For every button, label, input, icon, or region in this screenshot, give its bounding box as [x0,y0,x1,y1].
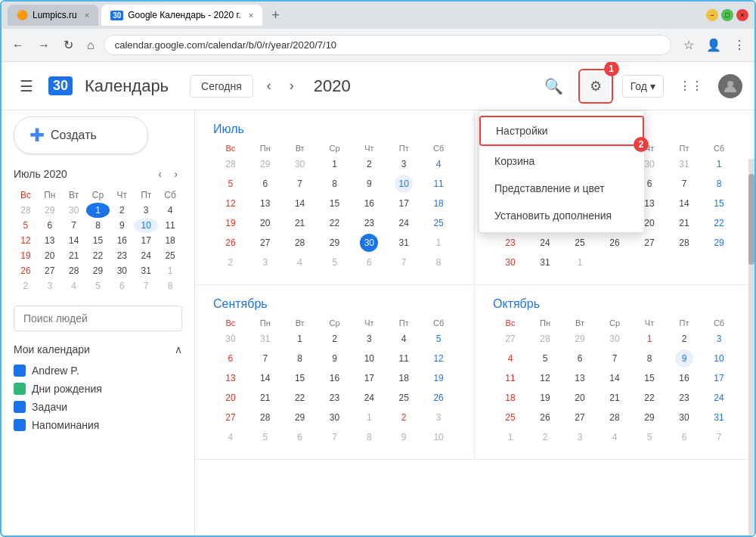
cal-cell-0-5-1[interactable]: 3 [256,253,274,272]
cal-cell-2-0-4[interactable]: 3 [360,330,378,348]
cal-cell-3-0-2[interactable]: 29 [571,330,589,348]
cal-cell-2-2-6[interactable]: 19 [429,369,448,387]
back-button[interactable]: ← [8,36,29,55]
cal-cell-3-5-3[interactable]: 4 [606,428,624,446]
cal-cell-0-4-0[interactable]: 26 [222,234,240,252]
cal-cell-2-3-6[interactable]: 26 [429,389,448,407]
cal-cell-2-2-5[interactable]: 18 [395,369,413,387]
cal-cell-3-1-4[interactable]: 8 [640,349,658,368]
add-tab-button[interactable]: + [265,8,286,23]
people-search-input[interactable] [14,306,182,331]
cal-cell-0-3-3[interactable]: 22 [325,214,343,232]
cal-cell-2-2-0[interactable]: 13 [222,369,240,387]
settings-button[interactable]: ⚙ [581,72,610,101]
cal-cell-1-4-1[interactable]: 24 [536,234,554,252]
cal-cell-3-5-4[interactable]: 5 [640,428,658,446]
cal-cell-1-4-2[interactable]: 25 [571,234,589,252]
cal-cell-1-4-3[interactable]: 26 [606,234,624,252]
tab-close-calendar[interactable]: × [249,11,253,20]
close-button[interactable]: × [736,9,748,21]
cal-cell-2-1-5[interactable]: 11 [395,349,413,368]
minimize-button[interactable]: − [706,9,718,21]
maximize-button[interactable]: □ [721,9,733,21]
cal-cell-0-5-2[interactable]: 4 [291,253,309,272]
cal-cell-0-5-6[interactable]: 8 [429,253,448,272]
cal-cell-0-2-5[interactable]: 17 [395,194,413,213]
prev-year-button[interactable]: ‹ [262,73,276,98]
cal-cell-3-3-3[interactable]: 21 [606,389,624,407]
cal-cell-3-5-6[interactable]: 7 [710,428,728,446]
cal-cell-0-1-0[interactable]: 5 [222,175,240,193]
forward-button[interactable]: → [33,36,54,55]
cal-cell-3-4-4[interactable]: 29 [640,408,658,427]
cal-cell-2-0-3[interactable]: 2 [325,330,343,348]
cal-cell-1-5-1[interactable]: 31 [536,253,554,272]
cal-cell-0-5-0[interactable]: 2 [222,253,240,272]
cal-cell-3-0-0[interactable]: 27 [501,330,519,348]
cal-cell-1-3-6[interactable]: 22 [710,214,728,232]
cal-cell-2-4-6[interactable]: 3 [429,408,448,427]
cal-cell-2-4-3[interactable]: 30 [325,408,343,427]
cal-cell-2-5-6[interactable]: 10 [429,428,448,446]
cal-cell-1-1-5[interactable]: 7 [675,175,693,193]
cal-cell-3-4-2[interactable]: 27 [571,408,589,427]
cal-cell-3-5-2[interactable]: 3 [571,428,589,446]
cal-cell-0-0-0[interactable]: 28 [222,155,240,173]
cal-cell-1-4-5[interactable]: 28 [675,234,693,252]
cal-cell-1-3-5[interactable]: 21 [675,214,693,232]
cal-cell-3-0-3[interactable]: 30 [606,330,624,348]
cal-cell-2-3-4[interactable]: 24 [360,389,378,407]
cal-cell-2-5-3[interactable]: 7 [325,428,343,446]
cal-cell-2-4-0[interactable]: 27 [222,408,240,427]
cal-cell-0-0-6[interactable]: 4 [429,155,448,173]
cal-cell-0-1-3[interactable]: 8 [325,175,343,193]
cal-cell-2-4-4[interactable]: 1 [360,408,378,427]
profile-button[interactable]: 👤 [703,35,724,55]
cal-cell-0-3-6[interactable]: 25 [429,214,448,232]
cal-cell-0-0-3[interactable]: 1 [325,155,343,173]
cal-cell-2-0-1[interactable]: 31 [256,330,274,348]
cal-cell-3-2-5[interactable]: 16 [675,369,693,387]
cal-cell-2-1-6[interactable]: 12 [429,349,448,368]
hamburger-button[interactable]: ☰ [14,71,39,101]
cal-cell-2-1-4[interactable]: 10 [360,349,378,368]
cal-cell-3-2-2[interactable]: 13 [571,369,589,387]
cal-cell-2-1-3[interactable]: 9 [325,349,343,368]
cal-cell-2-0-6[interactable]: 5 [429,330,448,348]
cal-cell-0-2-1[interactable]: 13 [256,194,274,213]
cal-cell-0-2-2[interactable]: 14 [291,194,309,213]
cal-cell-0-2-0[interactable]: 12 [222,194,240,213]
today-button[interactable]: Сегодня [190,75,253,98]
cal-cell-2-4-5[interactable]: 2 [395,408,413,427]
calendar-item-reminders[interactable]: Напоминания [14,416,182,434]
cal-cell-2-4-2[interactable]: 29 [291,408,309,427]
cal-cell-3-1-0[interactable]: 4 [501,349,519,368]
cal-cell-1-4-6[interactable]: 29 [710,234,728,252]
cal-cell-3-4-0[interactable]: 25 [501,408,519,427]
cal-cell-3-2-0[interactable]: 11 [501,369,519,387]
cal-cell-3-0-6[interactable]: 3 [710,330,728,348]
cal-cell-1-0-6[interactable]: 1 [710,155,728,173]
cal-cell-3-1-3[interactable]: 7 [606,349,624,368]
cal-cell-2-2-4[interactable]: 17 [360,369,378,387]
cal-cell-0-3-2[interactable]: 21 [291,214,309,232]
cal-cell-3-4-5[interactable]: 30 [675,408,693,427]
cal-cell-3-2-6[interactable]: 17 [710,369,728,387]
cal-cell-0-5-3[interactable]: 5 [325,253,343,272]
calendar-item-birthdays[interactable]: Дни рождения [14,380,182,398]
cal-cell-3-1-2[interactable]: 6 [571,349,589,368]
next-year-button[interactable]: › [285,73,299,98]
apps-grid-button[interactable]: ⋮⋮ [673,73,709,99]
cal-cell-1-2-5[interactable]: 14 [675,194,693,213]
cal-cell-0-3-1[interactable]: 20 [256,214,274,232]
cal-cell-0-4-6[interactable]: 1 [429,234,448,252]
mini-cal-prev[interactable]: ‹ [153,166,166,182]
cal-cell-0-1-4[interactable]: 9 [360,175,378,193]
cal-cell-2-3-2[interactable]: 22 [291,389,309,407]
calendar-item-tasks[interactable]: Задачи [14,398,182,416]
cal-cell-2-5-4[interactable]: 8 [360,428,378,446]
cal-cell-3-4-3[interactable]: 28 [606,408,624,427]
cal-cell-3-5-5[interactable]: 6 [675,428,693,446]
address-bar[interactable]: calendar.google.com/calendar/b/0/r/year/… [104,35,671,55]
cal-cell-3-0-5[interactable]: 2 [675,330,693,348]
